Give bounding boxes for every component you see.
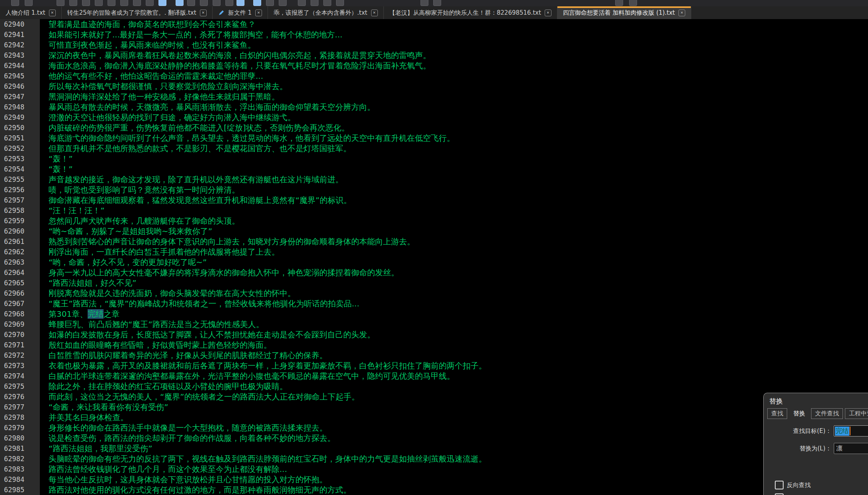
editor-line[interactable]: 内脏破碎的伤势很严重，伤势恢复前他都不能进入[绽放]状态，否则伤势会再次恶化。 [49,123,868,133]
toolbar-icon-highlighted[interactable] [253,0,261,6]
toolbar-icon[interactable] [279,0,287,6]
editor-line[interactable]: 可惜直到夜色渐起，暴风雨来临的时候，也没有引来鲨鱼。 [49,40,868,50]
tab-close-icon[interactable]: ✕ [545,10,551,16]
editor-line[interactable]: “哟~命酱，别躲了~是姐姐我哟~我来救你了” [49,226,868,236]
editor-line[interactable]: 澄澈的天空让他很轻易的找到了归途，确定好方向潜入海中继续游弋。 [49,112,868,123]
editor-line[interactable]: 衣着也极为暴露，高开叉的及膝裙就和前后各遮了两块布一样，上身穿着更加豪放不羁，白… [49,361,868,371]
toolbar-icon[interactable] [225,0,233,6]
editor-line[interactable]: 蜂腰巨乳、前凸后翘的“魔王”路西法是当之无愧的性感美人。 [49,319,868,329]
editor-line[interactable]: 路西法曾经收钱驯化了他几个月，而这个效果至今为止都没有解除... [49,464,868,474]
editor-line[interactable]: 而此刻，这位当之无愧的美人，“魔界”的统领者之一的路西法大人正在对御命上下起手。 [49,392,868,402]
editor-line[interactable]: 刚浮出海面，一直纤长的白皙玉手抓着他的作战服将他提了上去。 [49,247,868,257]
line-number: 62944 [0,60,40,71]
tab-close-icon[interactable]: ✕ [255,10,262,16]
toolbar-icon[interactable] [133,0,141,6]
editor-line[interactable]: 殷红如血的眼瞳略有些昏暗，好似黄昏时蒙上茜色轻纱的海面。 [49,340,868,350]
editor-line[interactable]: “路西法姐姐，好久不见” [49,278,868,288]
editor-line[interactable]: 每当他心生反抗时，这具身体就会下意识放松并且心甘情愿的投入对方的怀抱。 [49,474,868,485]
toolbar-icon-highlighted[interactable] [237,0,244,6]
partial-checkbox[interactable] [775,493,784,495]
editor-line[interactable]: 海底游弋的御命隐约间听到了什么声音，昂头望去，透过晃动的海水，他看到了远处的天空… [49,133,868,143]
editor-line[interactable]: 啧，听觉也受到影响了吗？竟然没有第一时间分辨清。 [49,185,868,195]
editor-line[interactable]: 御命潜藏在海底细细观察着，猛然发现竟然这些直升机和游艇上竟然有“魔界”的标识。 [49,195,868,205]
toolbar-icon-highlighted[interactable] [158,0,166,6]
find-input[interactable]: 完结 [834,425,868,437]
reverse-search-checkbox[interactable] [775,481,784,489]
toolbar-icon[interactable] [25,0,33,6]
toolbar-icon[interactable] [213,0,221,6]
tab-1[interactable]: 人物介绍 1.txt✕ [0,6,62,19]
editor-line[interactable]: 第301章、完结之章 [49,309,868,319]
toolbar-icon[interactable] [615,0,623,6]
editor-line[interactable]: “路西法姐姐，我那里没受伤” [49,443,868,454]
toolbar-icon[interactable] [629,0,637,6]
editor-line[interactable]: 海面水急浪高，御命潜入海底深处静静的抱着膝盖等待着，只要在氧气耗尽时才冒着危险浮… [49,60,868,71]
editor-line[interactable]: 暴风雨总有散去的时候，天微微亮，暴风雨渐渐散去，浮出海面的御命仰望着天空分辨方向… [49,102,868,112]
toolbar-icon[interactable] [323,0,331,6]
toolbar-icon[interactable] [108,0,115,6]
line-number: 62942 [0,40,40,50]
dialog-tab-1[interactable]: 查找 [767,408,787,419]
toolbar-icon[interactable] [420,0,428,6]
editor-line[interactable]: 望着满是血迹的海面，御命莫名的联想到会不会引来鲨鱼？ [49,19,868,29]
editor-line[interactable]: 声音越发的接近，御命这才发现，除了直升机以外竟然还有游艇也在这片海域前进。 [49,174,868,185]
editor-line[interactable]: 除此之外，挂在脖颈处的红宝石项链以及小臂处的腕甲也极为吸睛。 [49,381,868,392]
editor-line[interactable]: 白皙胜雪的肌肤闪耀着奇异的光泽，好像从头到尾的肌肤都经过了精心的保养。 [49,350,868,361]
dialog-tab-3[interactable]: 文件查找 [811,408,843,419]
tab-4[interactable]: 乖，该报恩了（全本内含番外）.txt✕ [268,6,383,19]
editor-line[interactable]: 白腻的北半球连带着深邃的沟壑都暴露在外，光洁平整的小腹也毫不顾忌的暴露在空气中，… [49,371,868,381]
toolbar-icon[interactable] [187,0,195,6]
editor-line[interactable]: 并美其名曰身体检查。 [49,412,868,423]
line-number: 62967 [0,298,40,309]
editor-line[interactable]: 身高一米九以上的高大女性毫不嫌弃的将浑身滴水的御命抱入怀中，神色宠溺的揉捏着御命… [49,267,868,278]
toolbar-icon-highlighted[interactable] [176,0,184,6]
tab-label: 新文件 1 [228,9,252,17]
editor-line[interactable]: 所以每次补偿氧气时都很谨慎，只要察觉到危险立刻向深海中潜去。 [49,81,868,92]
toolbar-icon[interactable] [298,0,306,6]
editor-line[interactable]: “轰！” [49,164,868,174]
toolbar-icon[interactable] [120,0,128,6]
editor-line[interactable]: 深沉的夜色中，暴风雨席卷着狂风卷起数米高的海浪，白炽的闪电偶尔亮起，紧接着就是贯… [49,50,868,60]
editor-line[interactable]: “汪！汪！汪！” [49,205,868,216]
editor-line[interactable]: 他的运气有些不好，他怕这昭告命运的雷霆来裁定他的罪孽... [49,71,868,81]
editor-line[interactable]: 说是检查受伤，路西法的指尖却剥开了御命的作战服，向着各种不妙的地方探去。 [49,433,868,443]
editor-line[interactable]: 黑洞洞的海洋深处给了他一种安稳感，好像他生来就归属于黑暗。 [49,92,868,102]
tab-close-icon[interactable]: ✕ [678,10,685,16]
tab-close-icon[interactable]: ✕ [200,10,207,16]
tab-close-icon[interactable]: ✕ [371,10,378,16]
reverse-search-option: 反向查找 [775,481,811,489]
editor-line[interactable]: “轰！” [49,154,868,164]
toolbar-icon[interactable] [146,0,154,6]
editor-line[interactable]: 路西法对他使用的驯化方式没有任何过激的地方，而是那种春雨般润物细无声的方式。 [49,485,868,495]
tab-6[interactable]: 四宫御命想要活着 加料加肉修改版 (1).txt✕ [557,6,691,19]
editor-line[interactable]: 如瀑的白发披散在身后，长度抵达了脚踝，让人不禁担忧她在走动是会不会踩到自己的头发… [49,329,868,340]
editor-line[interactable]: “魔王”路西法，“魔界”的巅峰战力和统领者之一，曾经收钱来将他驯化为听话的拍卖品… [49,298,868,309]
toolbar-icon[interactable] [266,0,274,6]
toolbar-icon[interactable] [336,0,344,6]
editor-line[interactable]: 头脑眩晕的御命有些无力的反抗了两下，视线在触及到路西法脖颈前的红宝石时，身体中的… [49,454,868,464]
dialog-tab-4[interactable]: 工程中查找 [845,408,868,419]
editor-line[interactable]: 如果能引来就好了...最好是一条大一点的，杀死了将腹部掏空，能有个休憩的地方..… [49,29,868,40]
dialog-tab-2[interactable]: 替换 [789,408,809,419]
editor-line[interactable]: 刚脱离危险就是久违的洗面奶，御命头脑发晕的靠在高大女性的怀中。 [49,288,868,298]
replace-input[interactable]: 凛 [834,443,868,454]
editor-line[interactable]: “哟，命酱，好久不见，变的更加好吃了呢~” [49,257,868,267]
tab-5[interactable]: 【老汉】从高柳家开始的快乐人生！群：822698516.txt✕ [384,6,557,19]
editor-line[interactable]: 熟悉到刻苦铭心的声音让御命的身体下意识的向上游去，知晓对方身份的御命顺着身体的本… [49,236,868,247]
tab-2[interactable]: 转生25年的冒险者成为了学院教官。. 翻译版.txt✕ [62,6,213,19]
toolbar-icon[interactable] [200,0,208,6]
toolbar-icon[interactable] [95,0,103,6]
toolbar-icon[interactable] [82,0,90,6]
toolbar-icon[interactable] [57,0,65,6]
toolbar-icon[interactable] [11,0,19,6]
tab-3[interactable]: 新文件 1✕ [213,6,268,19]
editor-line[interactable]: “命酱，来让我看看你有没有受伤” [49,402,868,412]
editor-line[interactable]: 但那直升机并不是他所熟悉的款式，不是影刃、不是樱花国官方、也不是灯塔国驻军。 [49,143,868,154]
tab-close-icon[interactable]: ✕ [49,10,56,16]
editor-line[interactable]: 忽然间几声犬吠声传来，几艘游艇停在了御命的头顶。 [49,216,868,226]
editor-line[interactable]: 身形修长的御命在路西法手中就像是一个大型抱枕，随意的被路西法揉来捏去。 [49,423,868,433]
toolbar-icon[interactable] [433,0,441,6]
toolbar-icon[interactable] [311,0,319,6]
toolbar-icon[interactable] [69,0,77,6]
text-content[interactable]: 望着满是血迹的海面，御命莫名的联想到会不会引来鲨鱼？如果能引来就好了...最好是… [40,19,868,495]
